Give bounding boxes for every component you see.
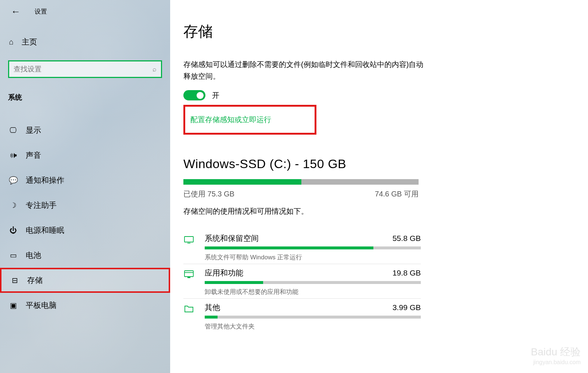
config-link-highlight: 配置存储感知或立即运行 [183,105,316,135]
storage-category-row[interactable]: 系统和保留空间 55.8 GB 系统文件可帮助 Windows 正常运行 [183,230,421,264]
category-bar [205,281,421,284]
category-name: 应用和功能 [205,268,243,278]
sidebar-item-label: 存储 [27,275,43,285]
system-icon [183,234,194,245]
sidebar-home[interactable]: ⌂ 主页 [9,37,162,47]
category-bar [205,316,421,319]
drive-usage-fill [183,179,301,185]
sidebar-item-battery[interactable]: ▭ 电池 [8,243,162,268]
sidebar-item-label: 通知和操作 [26,175,64,185]
sidebar: ← 设置 ⌂ 主页 ⌕ 系统 🖵 显示 🕪 声音 💬 通知和操作 ☽ 专注助手 … [0,0,170,373]
drive-usage-bar [183,179,419,185]
sidebar-item-sound[interactable]: 🕪 声音 [8,143,162,168]
usage-description: 存储空间的使用情况和可用情况如下。 [183,206,575,216]
sidebar-item-label: 专注助手 [26,200,57,210]
sidebar-item-label: 声音 [26,150,41,160]
notifications-icon: 💬 [9,176,18,185]
drive-used-label: 已使用 75.3 GB [183,189,234,199]
tablet-icon: ▣ [9,301,18,310]
storage-category-row[interactable]: 其他 3.99 GB 管理其他大文件夹 [183,298,421,333]
category-subtext: 系统文件可帮助 Windows 正常运行 [205,253,421,262]
category-size: 55.8 GB [392,234,421,243]
sidebar-item-power[interactable]: ⏻ 电源和睡眠 [8,218,162,243]
other-icon [183,303,194,314]
storage-category-row[interactable]: 应用和功能 19.8 GB 卸载未使用或不想要的应用和功能 [183,264,421,298]
focus-icon: ☽ [9,201,18,210]
category-size: 3.99 GB [392,303,421,312]
toggle-label: 开 [212,90,219,100]
search-input[interactable] [14,65,153,73]
apps-icon [183,269,194,280]
battery-icon: ▭ [9,251,18,260]
svg-rect-4 [188,277,190,278]
svg-rect-2 [184,271,193,277]
main-content: 存储 存储感知可以通过删除不需要的文件(例如临时文件和回收站中的内容)自动释放空… [170,0,588,373]
home-icon: ⌂ [9,38,14,46]
category-name: 系统和保留空间 [205,233,259,244]
page-title: 存储 [183,21,575,42]
sidebar-item-storage[interactable]: ⊟ 存储 [0,268,170,293]
home-label: 主页 [22,37,37,47]
svg-rect-0 [184,237,193,242]
category-name: 其他 [205,302,220,313]
sound-icon: 🕪 [9,151,18,160]
sidebar-item-display[interactable]: 🖵 显示 [8,118,162,143]
storage-sense-toggle[interactable] [183,90,205,100]
storage-sense-description: 存储感知可以通过删除不需要的文件(例如临时文件和回收站中的内容)自动释放空间。 [183,58,426,82]
sidebar-item-tablet[interactable]: ▣ 平板电脑 [8,293,162,318]
category-size: 19.8 GB [392,269,421,277]
power-icon: ⏻ [9,226,18,235]
sidebar-item-label: 电池 [26,250,41,260]
storage-icon: ⊟ [10,276,19,285]
category-subtext: 管理其他大文件夹 [205,322,421,331]
drive-title: Windows-SSD (C:) - 150 GB [183,157,575,171]
category-subtext: 卸载未使用或不想要的应用和功能 [205,288,421,296]
window-title: 设置 [35,7,47,16]
sidebar-section-label: 系统 [8,93,162,102]
search-box[interactable]: ⌕ [8,60,162,78]
category-bar [205,246,421,249]
sidebar-item-label: 平板电脑 [26,300,57,310]
back-icon[interactable]: ← [11,7,21,16]
configure-storage-sense-link[interactable]: 配置存储感知或立即运行 [190,116,271,124]
sidebar-item-notifications[interactable]: 💬 通知和操作 [8,168,162,193]
drive-free-label: 74.6 GB 可用 [375,189,419,199]
sidebar-item-focus[interactable]: ☽ 专注助手 [8,193,162,218]
sidebar-item-label: 电源和睡眠 [26,225,64,235]
search-icon: ⌕ [153,65,157,73]
watermark: Baidu 经验 jingyan.baidu.com [531,345,581,366]
display-icon: 🖵 [9,126,18,135]
sidebar-item-label: 显示 [26,125,41,135]
